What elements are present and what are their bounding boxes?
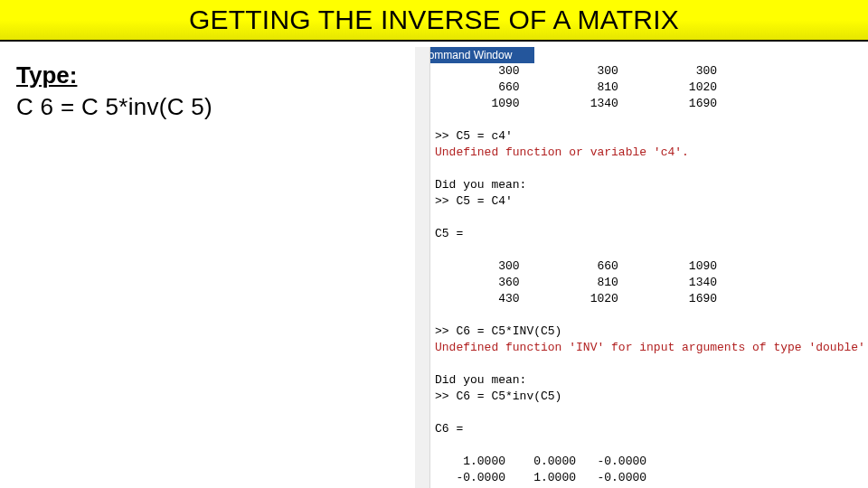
console-line [435,112,867,128]
console-line: C6 = [435,421,867,437]
type-label: Type: [16,61,212,89]
console-line: >> C6 = C5*INV(C5) [435,324,867,340]
console-line: 660 810 1020 [435,80,867,96]
console-line: 360 810 1340 [435,275,867,291]
command-window-title: Command Window [415,47,534,63]
command-window-gutter [415,47,430,488]
console-line: 300 660 1090 [435,258,867,275]
console-line: Undefined function or variable 'c4'. [435,145,867,161]
console-line [435,437,867,454]
console-line [435,210,867,226]
console-output: 300 300 300 660 810 1020 1090 1340 1690 … [435,63,867,488]
title-text: GETTING THE INVERSE OF A MATRIX [189,5,679,35]
console-line: Did you mean: [435,372,867,389]
instruction-pane: Type: C 6 = C 5*inv(C 5) [16,61,212,121]
console-line: >> C5 = C4' [435,193,867,210]
console-line: Undefined function 'INV' for input argum… [435,340,867,356]
console-line: 1090 1340 1690 [435,96,867,112]
command-window: Command Window 300 300 300 660 810 1020 … [415,47,868,488]
console-line: >> C6 = C5*inv(C5) [435,389,867,405]
console-line: C5 = [435,226,867,242]
console-line: 430 1020 1690 [435,291,867,307]
type-code: C 6 = C 5*inv(C 5) [16,93,212,121]
console-line: >> C5 = c4' [435,128,867,145]
console-line: 1.0000 0.0000 -0.0000 [435,454,867,470]
console-line [435,356,867,372]
console-line [435,307,867,324]
console-line: 300 300 300 [435,63,867,80]
console-line: Did you mean: [435,177,867,193]
title-bar: GETTING THE INVERSE OF A MATRIX [0,0,868,42]
console-line [435,405,867,421]
console-line [435,242,867,258]
console-line: -0.0000 1.0000 -0.0000 [435,470,867,486]
console-line [435,161,867,177]
slide: GETTING THE INVERSE OF A MATRIX Type: C … [0,0,868,488]
